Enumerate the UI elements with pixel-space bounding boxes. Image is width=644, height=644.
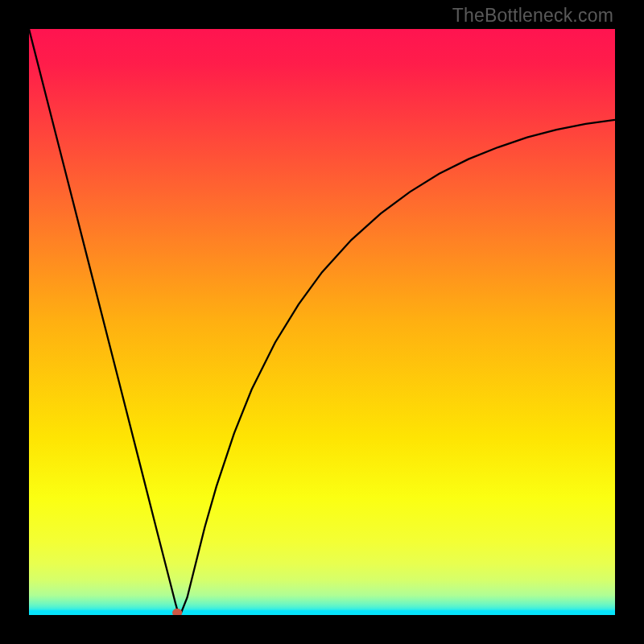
plot-area xyxy=(29,29,615,615)
chart-frame: TheBottleneck.com xyxy=(0,0,644,644)
attribution-text: TheBottleneck.com xyxy=(452,5,613,27)
background-gradient xyxy=(29,29,615,615)
svg-rect-0 xyxy=(29,29,615,615)
